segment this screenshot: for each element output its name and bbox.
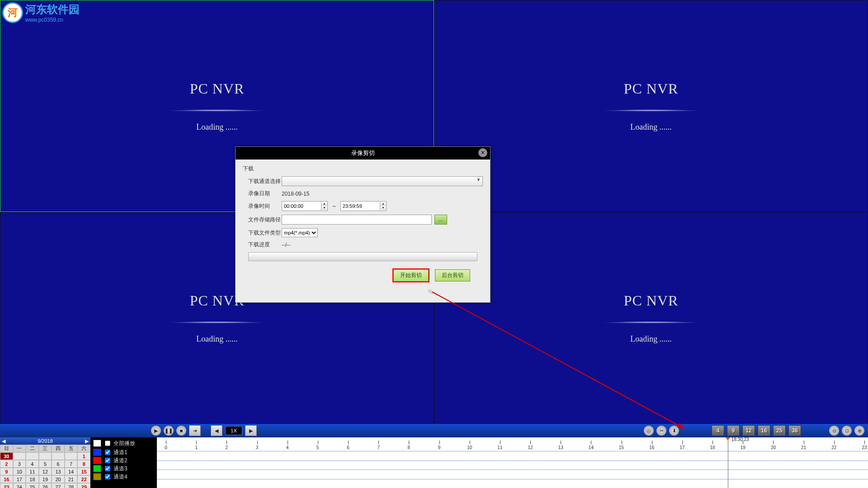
cal-day[interactable]: 29 — [77, 483, 90, 488]
cal-day[interactable]: 28 — [65, 483, 78, 488]
spin-up-icon[interactable]: ▲ — [380, 202, 386, 206]
cal-day[interactable]: 26 — [39, 483, 52, 488]
cal-day[interactable]: 19 — [39, 475, 52, 483]
cal-day[interactable]: 13 — [52, 468, 65, 475]
video-cell-4[interactable]: PC NVR Loading ...... — [434, 212, 868, 424]
control-bar: ▶ ❚❚ ■ ➔ ◀ 1X ▶ ◎ ✂ ⬇ 4 9 12 16 25 36 ⊝ … — [0, 424, 868, 437]
play-button[interactable]: ▶ — [151, 426, 161, 436]
cal-day[interactable]: 24 — [13, 483, 26, 488]
clip-button[interactable]: ✂ — [656, 426, 666, 436]
spin-up-icon[interactable]: ▲ — [321, 202, 327, 206]
spin-down-icon[interactable]: ▼ — [380, 206, 386, 210]
cal-day[interactable]: 14 — [65, 468, 78, 475]
spin-down-icon[interactable]: ▼ — [321, 206, 327, 210]
path-input[interactable] — [282, 215, 432, 225]
channel-checkbox[interactable] — [105, 450, 110, 455]
cal-day[interactable]: 2 — [0, 460, 13, 468]
time-from-input[interactable]: ▲▼ — [282, 201, 328, 211]
cal-day[interactable]: 11 — [26, 468, 39, 475]
cal-day[interactable] — [65, 452, 78, 460]
cal-month: 9/2018 — [38, 438, 53, 444]
time-to-input[interactable]: ▲▼ — [340, 201, 387, 211]
progress-bar — [248, 252, 477, 261]
cal-day[interactable]: 10 — [13, 468, 26, 475]
filetype-select[interactable]: mp4(*.mp4) — [282, 228, 318, 237]
channel-label: 下载通道选择 — [248, 178, 282, 185]
cal-day[interactable]: 9 — [0, 468, 13, 475]
snapshot-button[interactable]: ◎ — [644, 426, 654, 436]
cal-day[interactable]: 1 — [77, 452, 90, 460]
cal-day[interactable]: 4 — [26, 460, 39, 468]
cal-day[interactable]: 22 — [77, 475, 90, 483]
cal-day[interactable]: 3 — [13, 460, 26, 468]
grid-4-button[interactable]: 4 — [712, 425, 724, 436]
play-all-label: 全部播放 — [113, 440, 135, 447]
cal-prev-button[interactable]: ◀ — [2, 438, 5, 444]
dialog-title-bar[interactable]: 录像剪切 ✕ — [236, 147, 490, 160]
dialog-close-button[interactable]: ✕ — [478, 148, 487, 157]
cal-day[interactable]: 6 — [52, 460, 65, 468]
channel-checkbox[interactable] — [105, 458, 110, 463]
channel-legend: 全部播放 通道1通道2通道3通道4 — [90, 437, 157, 488]
play-all-checkbox[interactable] — [105, 441, 110, 446]
cal-day[interactable]: 30 — [0, 452, 13, 460]
timeline[interactable]: 0123456789101112131415161718192021222318… — [157, 437, 868, 488]
cell-loading: Loading ...... — [196, 122, 238, 132]
legend-swatch — [93, 473, 101, 480]
grid-9-button[interactable]: 9 — [727, 425, 740, 436]
cal-next-button[interactable]: ▶ — [85, 438, 89, 444]
cal-day[interactable]: 21 — [65, 475, 78, 483]
cal-day[interactable]: 25 — [26, 483, 39, 488]
cal-day[interactable]: 15 — [77, 468, 90, 475]
cal-day[interactable]: 27 — [52, 483, 65, 488]
grid-16-button[interactable]: 16 — [758, 425, 770, 436]
type-label: 下载文件类型 — [248, 229, 282, 237]
time-label: 录像时间 — [248, 202, 282, 210]
zoom-in-button[interactable]: ⊕ — [854, 426, 864, 436]
cal-day[interactable]: 5 — [39, 460, 52, 468]
path-label: 文件存储路径 — [248, 216, 282, 224]
dialog-title: 录像剪切 — [351, 149, 375, 157]
zoom-reset-button[interactable]: ⊙ — [842, 426, 852, 436]
cal-day[interactable]: 12 — [39, 468, 52, 475]
browse-button[interactable]: ... — [434, 215, 447, 225]
start-clip-button[interactable]: 开始剪切 — [393, 269, 429, 282]
progress-value: --/-- — [282, 242, 290, 248]
cal-day[interactable]: 23 — [0, 483, 13, 488]
playback-panel: ▶ ❚❚ ■ ➔ ◀ 1X ▶ ◎ ✂ ⬇ 4 9 12 16 25 36 ⊝ … — [0, 424, 868, 488]
export-button[interactable]: ➔ — [189, 425, 201, 436]
legend-swatch — [93, 449, 101, 456]
stop-button[interactable]: ■ — [176, 426, 186, 436]
legend-swatch-all — [93, 440, 101, 447]
grid-12-button[interactable]: 12 — [742, 425, 755, 436]
cal-day[interactable]: 17 — [13, 475, 26, 483]
channel-label: 通道1 — [113, 449, 127, 456]
speed-up-button[interactable]: ▶ — [245, 425, 257, 436]
cal-day[interactable]: 8 — [77, 460, 90, 468]
cal-day[interactable]: 20 — [52, 475, 65, 483]
cal-day[interactable] — [39, 452, 52, 460]
cal-day[interactable] — [13, 452, 26, 460]
channel-select[interactable] — [282, 176, 483, 186]
cell-title: PC NVR — [190, 80, 245, 97]
cal-day[interactable]: 16 — [0, 475, 13, 483]
channel-label: 通道2 — [113, 457, 127, 465]
grid-36-button[interactable]: 36 — [788, 425, 801, 436]
video-cell-2[interactable]: PC NVR Loading ...... — [434, 0, 868, 212]
download-button[interactable]: ⬇ — [669, 426, 679, 436]
background-clip-button[interactable]: 后台剪切 — [435, 269, 470, 282]
legend-swatch — [93, 465, 101, 472]
channel-checkbox[interactable] — [105, 474, 110, 479]
cal-day[interactable]: 7 — [65, 460, 78, 468]
progress-label: 下载进度 — [248, 241, 282, 249]
cal-day[interactable]: 18 — [26, 475, 39, 483]
calendar[interactable]: ◀ 9/2018 ▶ 日一二三四五六3012345678910111213141… — [0, 437, 90, 488]
cal-day[interactable] — [52, 452, 65, 460]
pause-button[interactable]: ❚❚ — [164, 426, 174, 436]
zoom-out-button[interactable]: ⊝ — [829, 426, 839, 436]
grid-25-button[interactable]: 25 — [773, 425, 786, 436]
cal-day[interactable] — [26, 452, 39, 460]
speed-indicator: 1X — [225, 426, 242, 435]
speed-down-button[interactable]: ◀ — [211, 425, 222, 436]
channel-checkbox[interactable] — [105, 466, 110, 471]
